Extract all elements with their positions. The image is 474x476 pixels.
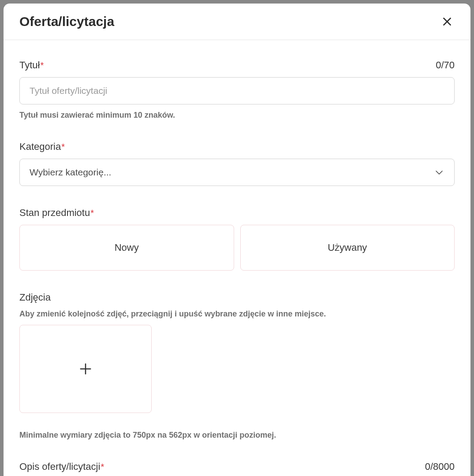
required-marker: * (90, 208, 94, 218)
description-field-group: Opis oferty/licytacji* 0/8000 (19, 461, 455, 476)
category-label: Kategoria (19, 141, 61, 152)
description-label-row: Opis oferty/licytacji* 0/8000 (19, 461, 455, 472)
title-label-row: Tytuł* 0/70 (19, 60, 455, 71)
description-char-count: 0/8000 (425, 461, 455, 472)
category-select[interactable]: Wybierz kategorię... (19, 159, 455, 186)
photos-field-group: Zdjęcia Aby zmienić kolejność zdjęć, prz… (19, 292, 455, 440)
photos-label: Zdjęcia (19, 292, 51, 303)
category-placeholder: Wybierz kategorię... (30, 167, 111, 178)
required-marker: * (40, 60, 44, 70)
modal-body: Tytuł* 0/70 Tytuł musi zawierać minimum … (4, 40, 470, 476)
condition-new-button[interactable]: Nowy (19, 225, 234, 271)
title-field-group: Tytuł* 0/70 Tytuł musi zawierać minimum … (19, 60, 455, 120)
modal-title: Oferta/licytacja (19, 14, 114, 29)
title-input[interactable] (19, 77, 455, 104)
condition-used-button[interactable]: Używany (240, 225, 455, 271)
title-label: Tytuł (19, 60, 40, 71)
chevron-down-icon (434, 167, 444, 178)
plus-icon (79, 362, 92, 376)
title-char-count: 0/70 (436, 60, 455, 71)
required-marker: * (101, 462, 104, 472)
close-icon (441, 16, 453, 27)
photos-label-row: Zdjęcia (19, 292, 455, 303)
title-helper: Tytuł musi zawierać minimum 10 znaków. (19, 111, 455, 120)
condition-options: Nowy Używany (19, 225, 455, 271)
photos-hint: Aby zmienić kolejność zdjęć, przeciągnij… (19, 309, 455, 319)
required-marker: * (61, 142, 65, 152)
photo-upload-button[interactable] (19, 325, 152, 413)
category-label-row: Kategoria* (19, 141, 455, 152)
condition-label: Stan przedmiotu (19, 207, 90, 218)
condition-field-group: Stan przedmiotu* Nowy Używany (19, 207, 455, 271)
photos-caption: Minimalne wymiary zdjęcia to 750px na 56… (19, 431, 455, 440)
close-button[interactable] (440, 14, 455, 29)
modal-header: Oferta/licytacja (4, 4, 470, 40)
description-label: Opis oferty/licytacji (19, 461, 100, 472)
condition-label-row: Stan przedmiotu* (19, 207, 455, 219)
offer-modal: Oferta/licytacja Tytuł* 0/70 Tytuł musi … (4, 4, 470, 476)
category-field-group: Kategoria* Wybierz kategorię... (19, 141, 455, 186)
